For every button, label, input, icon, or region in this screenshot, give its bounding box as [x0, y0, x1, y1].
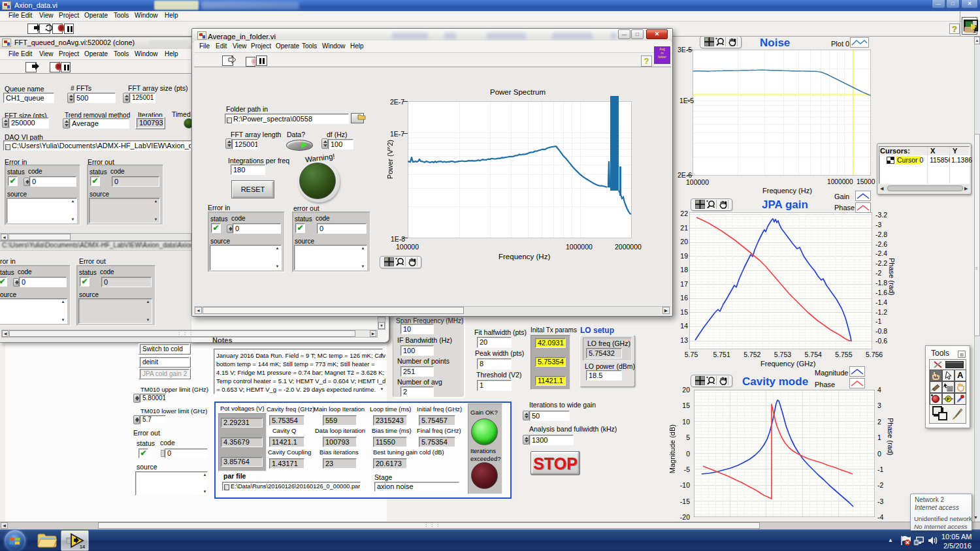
svg-text:P: P	[947, 397, 950, 401]
svg-text:14: 14	[80, 544, 85, 549]
